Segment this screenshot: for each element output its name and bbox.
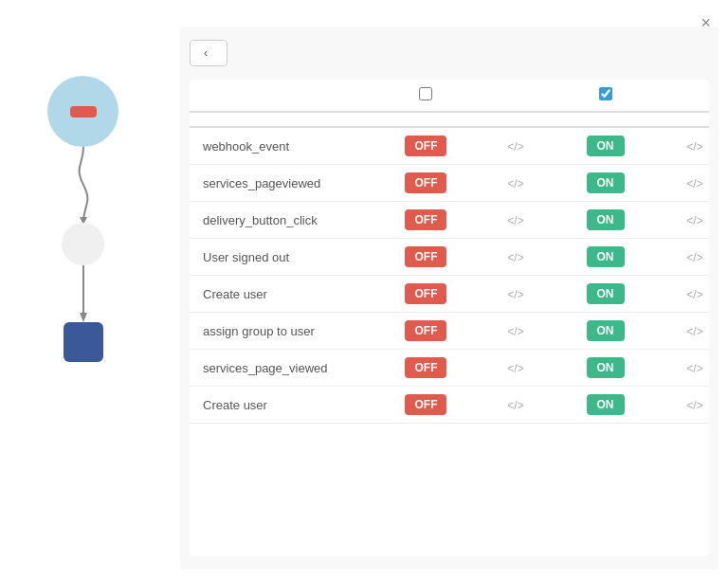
client-toggle-cell: ON: [530, 313, 681, 350]
server-toggle-cell: OFF: [351, 276, 501, 313]
event-name: User signed out: [190, 239, 351, 276]
facebook-icon: [64, 322, 103, 362]
main-panel: ‹: [180, 27, 719, 570]
event-name: delivery_button_click: [190, 202, 351, 239]
close-icon[interactable]: ×: [701, 13, 711, 33]
client-on-button[interactable]: ON: [587, 394, 625, 415]
svg-marker-2: [80, 313, 87, 322]
callbacks-table-container: webhook_event OFF </> ON </> services_pa…: [190, 80, 709, 556]
client-on-button[interactable]: ON: [587, 136, 625, 156]
back-button[interactable]: ‹: [190, 40, 228, 66]
event-name: services_page_viewed: [190, 350, 351, 387]
enable-all-server-checkbox[interactable]: [419, 87, 432, 100]
server-off-button[interactable]: OFF: [405, 283, 446, 304]
event-name: assign group to user: [190, 313, 351, 350]
client-toggle-cell: ON: [530, 202, 681, 239]
chevron-left-icon: ‹: [204, 46, 208, 60]
server-off-button[interactable]: OFF: [405, 320, 446, 341]
server-code-icon[interactable]: </>: [507, 140, 523, 154]
event-name: services_pageviewed: [190, 165, 351, 202]
client-toggle-cell: ON: [530, 127, 681, 165]
server-code-icon[interactable]: </>: [507, 177, 523, 190]
server-code-icon[interactable]: </>: [507, 362, 523, 375]
server-off-button[interactable]: OFF: [405, 394, 446, 415]
client-code-icon[interactable]: </>: [686, 362, 702, 375]
connector-svg-2: [69, 265, 98, 322]
server-off-button[interactable]: OFF: [405, 246, 446, 267]
client-code-icon[interactable]: </>: [686, 399, 702, 412]
click-button[interactable]: [70, 106, 97, 118]
server-code-icon[interactable]: </>: [507, 251, 523, 264]
server-toggle-cell: OFF: [351, 202, 501, 239]
server-code-icon[interactable]: </>: [507, 214, 523, 227]
table-row: User signed out OFF </> ON </>: [190, 239, 709, 276]
table-row: delivery_button_click OFF </> ON </>: [190, 202, 709, 239]
client-on-button[interactable]: ON: [587, 357, 625, 378]
server-toggle-cell: OFF: [351, 127, 501, 165]
client-code-icon[interactable]: </>: [686, 177, 702, 190]
server-off-button[interactable]: OFF: [405, 136, 446, 156]
sidebar: [0, 0, 166, 579]
server-code-icon[interactable]: </>: [507, 399, 523, 412]
col-event-header: [190, 80, 351, 112]
server-toggle-cell: OFF: [351, 239, 501, 276]
client-toggle-cell: ON: [530, 387, 681, 424]
col-spacer-server: [501, 80, 530, 112]
client-code-icon[interactable]: </>: [686, 214, 702, 227]
server-off-button[interactable]: OFF: [405, 172, 446, 193]
table-row: services_page_viewed OFF </> ON </>: [190, 350, 709, 387]
client-code-icon[interactable]: </>: [686, 325, 702, 338]
section-header-label: [190, 112, 709, 127]
table-row: Create user OFF </> ON </>: [190, 387, 709, 424]
click-circle: [47, 76, 118, 147]
connector-svg: [69, 147, 98, 223]
event-name: Create user: [190, 387, 351, 424]
client-toggle-cell: ON: [530, 165, 681, 202]
server-toggle-cell: OFF: [351, 387, 501, 424]
client-toggle-cell: ON: [530, 350, 681, 387]
client-on-button[interactable]: ON: [587, 283, 625, 304]
client-on-button[interactable]: ON: [587, 246, 625, 267]
table-row: assign group to user OFF </> ON </>: [190, 313, 709, 350]
client-code-icon[interactable]: </>: [686, 288, 702, 301]
event-name: webhook_event: [190, 127, 351, 165]
server-toggle-cell: OFF: [351, 313, 501, 350]
server-code-icon[interactable]: </>: [507, 325, 523, 338]
table-row: webhook_event OFF </> ON </>: [190, 127, 709, 165]
client-on-button[interactable]: ON: [587, 209, 625, 230]
server-off-button[interactable]: OFF: [405, 209, 446, 230]
server-toggle-cell: OFF: [351, 350, 501, 387]
callbacks-table: webhook_event OFF </> ON </> services_pa…: [190, 80, 709, 424]
col-server-header: [351, 80, 501, 112]
server-off-button[interactable]: OFF: [405, 357, 446, 378]
client-toggle-cell: ON: [530, 239, 681, 276]
client-on-button[interactable]: ON: [587, 172, 625, 193]
client-code-icon[interactable]: </>: [686, 251, 702, 264]
col-spacer-client: [681, 80, 709, 112]
enable-all-client-checkbox[interactable]: [599, 87, 612, 100]
client-toggle-cell: ON: [530, 276, 681, 313]
gear-icon-circle: [62, 223, 104, 265]
event-name: Create user: [190, 276, 351, 313]
server-toggle-cell: OFF: [351, 165, 501, 202]
table-row: services_pageviewed OFF </> ON </>: [190, 165, 709, 202]
col-client-header: [530, 80, 681, 112]
client-code-icon[interactable]: </>: [686, 140, 702, 154]
table-row: Create user OFF </> ON </>: [190, 276, 709, 313]
server-code-icon[interactable]: </>: [507, 288, 523, 301]
client-on-button[interactable]: ON: [587, 320, 625, 341]
